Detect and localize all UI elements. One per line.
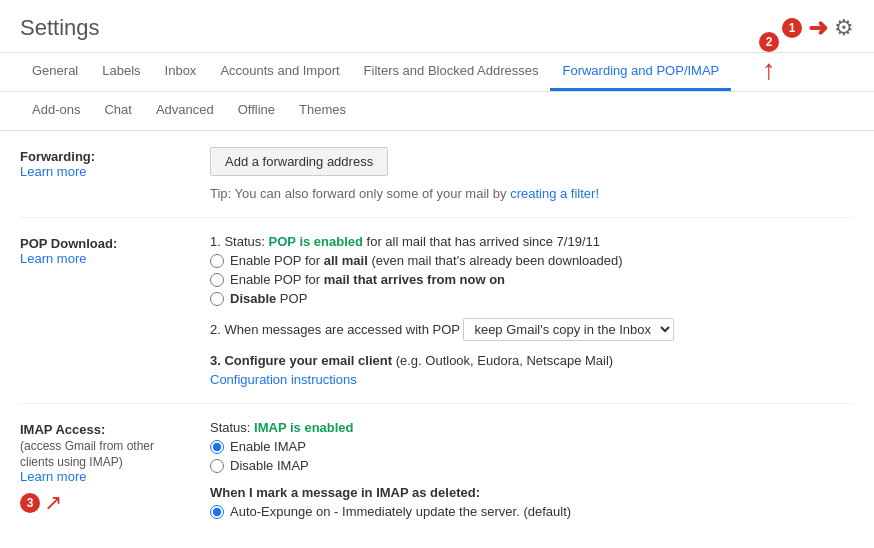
imap-sublabel1: (access Gmail from other xyxy=(20,439,210,453)
forwarding-learn-more[interactable]: Learn more xyxy=(20,164,86,179)
annotation-3-area: 3 ↗ xyxy=(20,490,210,516)
annotation-badge-1: 1 xyxy=(782,18,802,38)
pop-option3-text: Disable POP xyxy=(230,291,307,306)
pop-option3-row: Disable POP xyxy=(210,291,854,306)
imap-sublabel2: clients using IMAP) xyxy=(20,455,210,469)
config-instructions-link[interactable]: Configuration instructions xyxy=(210,372,357,387)
pop-option2-bold: mail that arrives from now on xyxy=(324,272,505,287)
imap-learn-more[interactable]: Learn more xyxy=(20,469,86,484)
config-link-line: Configuration instructions xyxy=(210,372,854,387)
add-forwarding-button[interactable]: Add a forwarding address xyxy=(210,147,388,176)
tab-offline[interactable]: Offline xyxy=(226,92,287,130)
tab-filters[interactable]: Filters and Blocked Addresses xyxy=(352,53,551,91)
forwarding-title: Forwarding: xyxy=(20,149,210,164)
pop-download-section: POP Download: Learn more 1. Status: POP … xyxy=(20,218,854,404)
tab-chat[interactable]: Chat xyxy=(92,92,143,130)
imap-when-deleted-text: When I mark a message in IMAP as deleted… xyxy=(210,485,480,500)
pop-option3-radio[interactable] xyxy=(210,292,224,306)
pop-step2-select[interactable]: keep Gmail's copy in the Inbox archive G… xyxy=(463,318,674,341)
pop-status-text: POP is enabled xyxy=(269,234,363,249)
pop-option1-radio[interactable] xyxy=(210,254,224,268)
pop-option1-text: Enable POP for all mail (even mail that'… xyxy=(230,253,623,268)
pop-disable-bold: Disable xyxy=(230,291,276,306)
arrow-3-icon: ↗ xyxy=(44,490,62,516)
imap-disable-radio[interactable] xyxy=(210,459,224,473)
pop-option1-bold: all mail xyxy=(324,253,368,268)
nav-tabs-top: General Labels Inbox Accounts and Import… xyxy=(0,53,874,92)
imap-title: IMAP Access: xyxy=(20,422,210,437)
settings-header: Settings 1 ➜ ⚙ xyxy=(0,0,874,53)
settings-content: Forwarding: Learn more Add a forwarding … xyxy=(0,131,874,539)
tab-accounts[interactable]: Accounts and Import xyxy=(208,53,351,91)
imap-status-prefix: Status: xyxy=(210,420,254,435)
imap-enable-radio[interactable] xyxy=(210,440,224,454)
imap-section: IMAP Access: (access Gmail from other cl… xyxy=(20,404,854,539)
pop-step2-prefix: 2. When messages are accessed with POP xyxy=(210,322,460,337)
pop-option2-row: Enable POP for mail that arrives from no… xyxy=(210,272,854,287)
tab-advanced[interactable]: Advanced xyxy=(144,92,226,130)
imap-enable-row: Enable IMAP xyxy=(210,439,854,454)
tab-forwarding[interactable]: Forwarding and POP/IMAP xyxy=(550,53,731,91)
tab-themes[interactable]: Themes xyxy=(287,92,358,130)
arrow-right-icon: ➜ xyxy=(808,14,828,42)
page-title: Settings xyxy=(20,15,782,41)
imap-status-text: IMAP is enabled xyxy=(254,420,353,435)
pop-step3-line: 3. Configure your email client (e.g. Out… xyxy=(210,353,854,368)
pop-title: POP Download: xyxy=(20,236,210,251)
forwarding-section: Forwarding: Learn more Add a forwarding … xyxy=(20,131,854,218)
imap-status-line: Status: IMAP is enabled xyxy=(210,420,854,435)
nav-tabs-bottom: Add-ons Chat Advanced Offline Themes xyxy=(0,92,874,131)
pop-step2-line: 2. When messages are accessed with POP k… xyxy=(210,318,854,341)
pop-status-prefix: 1. Status: xyxy=(210,234,269,249)
pop-label-col: POP Download: Learn more xyxy=(20,234,210,387)
create-filter-link[interactable]: creating a filter! xyxy=(510,186,599,201)
imap-disable-row: Disable IMAP xyxy=(210,458,854,473)
imap-disable-label: Disable IMAP xyxy=(230,458,309,473)
pop-status-line: 1. Status: POP is enabled for all mail t… xyxy=(210,234,854,249)
pop-step3-bold: 3. Configure your email client xyxy=(210,353,392,368)
pop-option2-text: Enable POP for mail that arrives from no… xyxy=(230,272,505,287)
imap-label-col: IMAP Access: (access Gmail from other cl… xyxy=(20,420,210,523)
gear-icon[interactable]: ⚙ xyxy=(834,15,854,41)
imap-auto-expunge-label: Auto-Expunge on - Immediately update the… xyxy=(230,504,571,519)
tab-addons[interactable]: Add-ons xyxy=(20,92,92,130)
tab-general[interactable]: General xyxy=(20,53,90,91)
imap-enable-label: Enable IMAP xyxy=(230,439,306,454)
nav-bottom-wrapper: Add-ons Chat Advanced Offline Themes 2 ↑ xyxy=(0,92,874,131)
pop-learn-more[interactable]: Learn more xyxy=(20,251,86,266)
pop-content: 1. Status: POP is enabled for all mail t… xyxy=(210,234,854,387)
tab-inbox[interactable]: Inbox xyxy=(153,53,209,91)
pop-status-suffix: for all mail that has arrived since 7/19… xyxy=(363,234,600,249)
pop-option1-row: Enable POP for all mail (even mail that'… xyxy=(210,253,854,268)
imap-content: Status: IMAP is enabled Enable IMAP Disa… xyxy=(210,420,854,523)
pop-option2-radio[interactable] xyxy=(210,273,224,287)
annotation-badge-3: 3 xyxy=(20,493,40,513)
header-annotation-area: 1 ➜ ⚙ xyxy=(782,14,854,42)
forwarding-label-col: Forwarding: Learn more xyxy=(20,147,210,201)
tab-labels[interactable]: Labels xyxy=(90,53,152,91)
forwarding-content: Add a forwarding address Tip: You can al… xyxy=(210,147,854,201)
pop-step3-suffix: (e.g. Outlook, Eudora, Netscape Mail) xyxy=(392,353,613,368)
tip-text-prefix: Tip: You can also forward only some of y… xyxy=(210,186,507,201)
imap-auto-expunge-row: Auto-Expunge on - Immediately update the… xyxy=(210,504,854,519)
forwarding-tip: Tip: You can also forward only some of y… xyxy=(210,186,854,201)
imap-auto-expunge-radio[interactable] xyxy=(210,505,224,519)
imap-when-deleted-line: When I mark a message in IMAP as deleted… xyxy=(210,485,854,500)
